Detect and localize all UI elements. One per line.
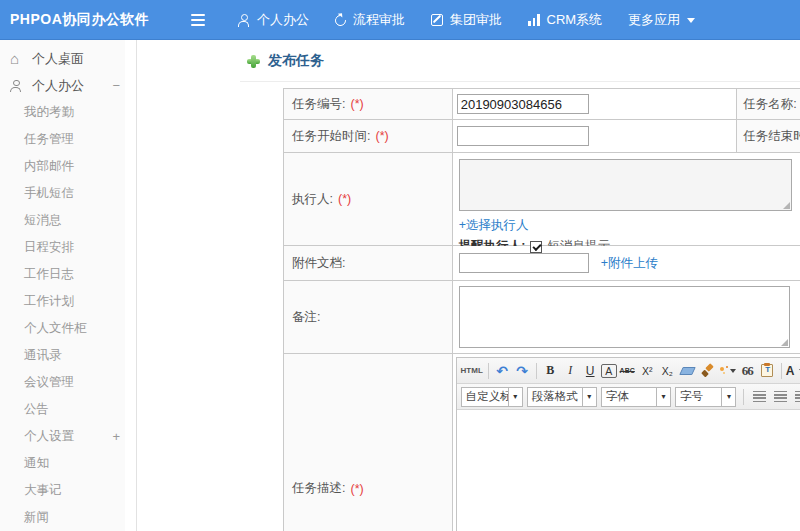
nav-group-approval[interactable]: 集团审批	[431, 11, 502, 29]
select-caret-icon: ▾	[721, 388, 735, 406]
nav-crm-system[interactable]: CRM系统	[528, 11, 602, 29]
sidebar-item-personal-settings[interactable]: 个人设置 +	[0, 423, 136, 450]
sidebar-item-news[interactable]: 新闻	[0, 504, 136, 531]
nav-more-apps[interactable]: 更多应用	[628, 11, 695, 29]
app-logo: PHPOA协同办公软件	[10, 0, 149, 40]
sms-checkbox[interactable]	[530, 241, 542, 253]
align-left-button[interactable]	[753, 391, 766, 402]
page-title: 发布任务	[247, 52, 324, 70]
remark-label: 备注:	[284, 281, 453, 354]
paragraph-format-select[interactable]: 段落格式 ▾	[527, 387, 597, 407]
task-name-label: 任务名称:(*)	[737, 89, 800, 120]
choose-executor-link[interactable]: +选择执行人	[459, 217, 529, 234]
sidebar-item-personal-desktop[interactable]: ⌂ 个人桌面	[0, 45, 136, 72]
select-caret-icon: ▾	[582, 388, 596, 406]
sidebar-item-announcement[interactable]: 公告	[0, 396, 136, 423]
bar-chart-icon	[528, 14, 540, 26]
task-no-label: 任务编号:(*)	[284, 89, 453, 120]
editor-toolbar-row1: HTML ↶ ↷ B I U A ABC X² X₂	[457, 358, 800, 384]
italic-button[interactable]: I	[561, 362, 580, 380]
quick-format-wand-icon[interactable]	[718, 362, 737, 380]
publish-task-form: 任务编号:(*) 任务名称:(*) 任务开始时间:(*) 任务结束时间:(*) …	[283, 88, 800, 531]
sidebar-item-personal-files[interactable]: 个人文件柜	[0, 315, 136, 342]
underline-button[interactable]: U	[581, 362, 600, 380]
person-icon	[237, 14, 250, 27]
required-mark: (*)	[350, 482, 363, 496]
home-icon: ⌂	[10, 51, 27, 66]
nav-personal-office[interactable]: 个人办公	[237, 11, 309, 29]
attachment-label: 附件文档:	[284, 246, 453, 281]
strikethrough-button[interactable]: ABC	[618, 362, 637, 380]
nav-label: 个人办公	[257, 11, 309, 29]
sidebar-item-work-log[interactable]: 工作日志	[0, 261, 136, 288]
start-time-input[interactable]	[457, 126, 589, 146]
paste-from-word-icon[interactable]	[758, 362, 777, 380]
html-source-button[interactable]: HTML	[460, 362, 484, 380]
sidebar-item-notice[interactable]: 通知	[0, 450, 136, 477]
sidebar-item-work-plan[interactable]: 工作计划	[0, 288, 136, 315]
blockquote-icon[interactable]: 66	[738, 362, 757, 380]
redo-icon[interactable]: ↷	[513, 362, 532, 380]
expand-toggle[interactable]: +	[112, 429, 120, 444]
sidebar-item-schedule[interactable]: 日程安排	[0, 234, 136, 261]
select-caret-icon: ▾	[508, 388, 522, 406]
resize-handle[interactable]	[783, 202, 790, 209]
sidebar-item-task-management[interactable]: 任务管理	[0, 126, 136, 153]
sidebar-item-contacts[interactable]: 通讯录	[0, 342, 136, 369]
nav-label: 更多应用	[628, 11, 680, 29]
select-caret-icon: ▾	[656, 388, 670, 406]
sidebar-item-meeting-management[interactable]: 会议管理	[0, 369, 136, 396]
sidebar-item-mobile-sms[interactable]: 手机短信	[0, 180, 136, 207]
required-mark: (*)	[375, 129, 388, 143]
collapse-toggle[interactable]: −	[112, 78, 120, 93]
sidebar-menu: ⌂ 个人桌面 个人办公 − 我的考勤 任务管理 内部邮件 手机短信 短消息 日程…	[0, 40, 137, 531]
superscript-button[interactable]: X²	[638, 362, 657, 380]
attachment-input[interactable]	[459, 253, 589, 273]
font-style-button[interactable]: A	[601, 364, 617, 378]
start-time-label: 任务开始时间:(*)	[284, 120, 453, 153]
task-no-input[interactable]	[457, 94, 589, 114]
edit-square-icon	[431, 14, 443, 26]
editor-toolbar-row2: 自定义标题 ▾ 段落格式 ▾ 字体 ▾ 字号 ▾	[457, 384, 800, 410]
font-color-button[interactable]: A	[786, 362, 800, 380]
plus-icon	[247, 55, 260, 68]
caret-down-icon	[687, 18, 695, 23]
undo-icon[interactable]: ↶	[493, 362, 512, 380]
custom-heading-select[interactable]: 自定义标题 ▾	[461, 387, 523, 407]
editor-content-area[interactable]	[457, 410, 800, 531]
sidebar-item-internal-mail[interactable]: 内部邮件	[0, 153, 136, 180]
sidebar-item-my-attendance[interactable]: 我的考勤	[0, 99, 136, 126]
top-nav: 个人办公 流程审批 集团审批 CRM系统 更多应用	[237, 0, 695, 40]
align-center-button[interactable]	[774, 391, 787, 402]
attachment-upload-link[interactable]: +附件上传	[601, 255, 658, 272]
executor-textarea[interactable]	[459, 159, 792, 211]
required-mark: (*)	[350, 97, 363, 111]
subscript-button[interactable]: X₂	[658, 362, 677, 380]
format-brush-icon[interactable]	[698, 362, 717, 380]
bold-button[interactable]: B	[541, 362, 560, 380]
sidebar-item-label: 个人桌面	[32, 50, 84, 68]
executor-label: 执行人:(*)	[284, 153, 453, 246]
required-mark: (*)	[338, 192, 351, 206]
nav-label: 流程审批	[353, 11, 405, 29]
title-separator	[240, 81, 800, 82]
description-label: 任务描述:(*)	[284, 354, 453, 531]
nav-label: CRM系统	[547, 11, 603, 29]
sidebar-item-label: 个人办公	[32, 77, 84, 95]
resize-handle[interactable]	[781, 339, 788, 346]
remark-textarea[interactable]	[459, 286, 790, 348]
font-family-select[interactable]: 字体 ▾	[601, 387, 671, 407]
rich-text-editor: HTML ↶ ↷ B I U A ABC X² X₂	[456, 357, 800, 531]
end-time-label: 任务结束时间:(*)	[737, 120, 800, 153]
app-window: PHPOA协同办公软件 个人办公 流程审批 集团审批 CRM系统 更多应用	[0, 0, 800, 531]
sidebar-item-personal-office[interactable]: 个人办公 −	[0, 72, 136, 99]
eraser-icon[interactable]	[678, 362, 697, 380]
sidebar-item-memorabilia[interactable]: 大事记	[0, 477, 136, 504]
nav-process-approval[interactable]: 流程审批	[335, 11, 405, 29]
align-right-button[interactable]	[795, 391, 800, 402]
font-size-select[interactable]: 字号 ▾	[675, 387, 736, 407]
menu-toggle-icon[interactable]	[191, 14, 205, 26]
nav-label: 集团审批	[450, 11, 502, 29]
person-icon	[10, 80, 22, 92]
sidebar-item-short-message[interactable]: 短消息	[0, 207, 136, 234]
